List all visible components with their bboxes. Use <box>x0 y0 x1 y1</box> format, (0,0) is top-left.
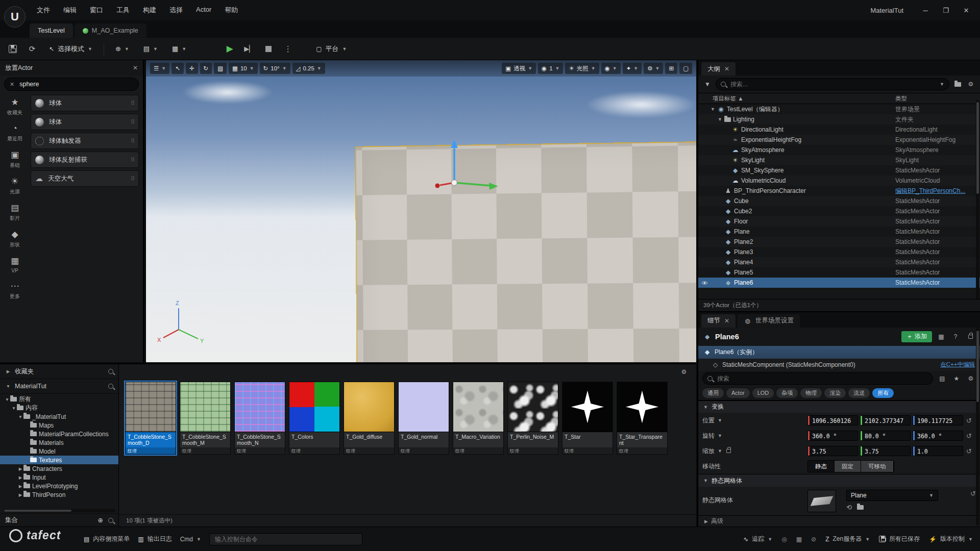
display-options-icon[interactable]: ▤ <box>937 373 947 384</box>
outliner-row[interactable]: ☁ SkyAtmosphere SkyAtmosphere <box>698 145 980 155</box>
location-label[interactable]: 位置 ▼ <box>702 416 779 425</box>
editor-mode-select[interactable]: ↖ 选择模式 ▼ <box>44 41 97 57</box>
component-label[interactable]: StaticMeshComponent (StaticMeshComponent… <box>722 361 855 368</box>
place-item-0[interactable]: 球体 ⠿ <box>31 95 139 111</box>
expander-icon[interactable]: ▶ <box>17 475 23 480</box>
root-folder-row[interactable]: ▼ MaterialTut <box>0 379 118 394</box>
add-component-button[interactable]: ＋ 添加 <box>901 331 932 342</box>
filter-chip-4[interactable]: 物理 <box>800 388 822 398</box>
place-item-4[interactable]: ☁ 天空大气 ⠿ <box>31 170 139 187</box>
advanced-section[interactable]: ▶ 高级 <box>698 515 980 527</box>
content-drawer-button[interactable]: ▤ 内容侧滑菜单 <box>84 535 130 543</box>
reset-scale-icon[interactable]: ↺ <box>966 447 972 455</box>
folder-row-5[interactable]: Materials <box>0 438 118 447</box>
filter-chip-2[interactable]: LOD <box>752 388 774 398</box>
expander-icon[interactable]: ▶ <box>17 492 23 497</box>
staticmesh-thumbnail[interactable] <box>807 490 836 512</box>
place-search-input[interactable] <box>18 80 110 88</box>
asset-tile-5[interactable]: T_Gold_normal 纹理 <box>398 382 449 455</box>
place-category-lights[interactable]: ☀ 光源 <box>10 176 20 195</box>
viewport[interactable]: Z Y X ☰ ▼ ↖ ✛ ↻ ▧ ▦ 10 ▼ ↻ 10° ▼ ◿ 0.25 … <box>146 60 696 362</box>
expander-icon[interactable]: ▼ <box>4 397 10 402</box>
perspective-select[interactable]: ▣ 透视 ▼ <box>502 63 536 74</box>
outliner-settings-icon[interactable]: ⚙ <box>966 79 976 89</box>
place-category-recent[interactable]: ◔ 最近用 <box>7 123 22 142</box>
viewmode-options-button[interactable]: ✦ ▼ <box>623 63 642 74</box>
menu-item-0[interactable]: 文件 <box>32 4 55 17</box>
menu-item-7[interactable]: 帮助 <box>219 4 243 17</box>
outliner-row[interactable]: ◆ Plane5 StaticMeshActor <box>698 267 980 278</box>
show-flags-button[interactable]: ◉ ▼ <box>601 63 621 74</box>
outliner-row[interactable]: ◆ Plane2 StaticMeshActor <box>698 237 980 247</box>
menu-item-2[interactable]: 窗口 <box>85 4 108 17</box>
console-input[interactable] <box>214 535 358 543</box>
place-category-shapes[interactable]: ◆ 形状 <box>10 229 20 248</box>
source-control-sync-button[interactable]: ⟳ <box>24 41 40 57</box>
search-icon[interactable] <box>108 518 113 523</box>
blueprints-button[interactable]: ▤▼ <box>138 41 163 57</box>
outliner-row[interactable]: ◆ Floor StaticMeshActor <box>698 216 980 227</box>
asset-tile-9[interactable]: T_Star_Transparent 纹理 <box>617 382 668 455</box>
reset-location-icon[interactable]: ↺ <box>966 417 972 424</box>
mobility-option-1[interactable]: 固定 <box>835 461 861 472</box>
outliner-row[interactable]: ◆ Plane3 StaticMeshActor <box>698 247 980 257</box>
details-search-input[interactable] <box>716 374 928 383</box>
scale-z-field[interactable]: 1.0 <box>913 446 963 456</box>
scale-y-field[interactable]: 3.75 <box>860 446 911 456</box>
asset-tile-8[interactable]: T_Star 纹理 <box>562 382 613 455</box>
search-icon[interactable] <box>108 369 113 374</box>
selected-plane-mesh[interactable] <box>356 141 696 362</box>
outliner-row[interactable]: ≈ ExponentialHeightFog ExponentialHeight… <box>698 135 980 145</box>
play-button[interactable]: ▶ <box>222 41 237 57</box>
outliner-type[interactable]: 编辑BP_ThirdPersonCh... <box>895 187 965 195</box>
clear-search-icon[interactable]: ✕ <box>10 81 14 88</box>
expander-icon[interactable]: ▼ <box>17 414 23 419</box>
folder-row-7[interactable]: Textures <box>0 456 118 464</box>
expander-icon[interactable]: ▼ <box>11 406 17 411</box>
outliner-row[interactable]: ◆ Cube StaticMeshActor <box>698 196 980 206</box>
maximize-button[interactable]: ❐ <box>937 4 954 17</box>
mobility-option-0[interactable]: 静态 <box>808 461 835 472</box>
outliner-row[interactable]: ◆ Plane StaticMeshActor <box>698 227 980 237</box>
maximize-viewport-button[interactable]: ▢ <box>679 63 692 74</box>
column-item-label[interactable]: 项目标签 ▲ <box>713 95 744 103</box>
drag-handle-icon[interactable]: ⠿ <box>131 176 134 182</box>
details-settings-icon[interactable]: ⚙ <box>966 373 976 384</box>
minimize-button[interactable]: ─ <box>917 4 934 17</box>
location-x-field[interactable]: 1096.360126 <box>807 415 858 425</box>
viewport-settings-button[interactable]: ⚙ ▼ <box>644 63 663 74</box>
location-y-field[interactable]: 2102.377347 <box>860 415 911 425</box>
place-item-1[interactable]: 球体 ⠿ <box>31 114 139 130</box>
rotation-y-field[interactable]: 80.0 ° <box>860 431 911 441</box>
rotation-snap-button[interactable]: ↻ 10° ▼ <box>260 63 290 74</box>
transform-gizmo[interactable] <box>408 137 510 239</box>
frame-skip-button[interactable]: ▶▏ <box>241 41 257 57</box>
stop-button[interactable] <box>261 41 276 57</box>
menu-item-5[interactable]: 选择 <box>164 4 188 17</box>
tab-testlevel[interactable]: TestLevel <box>30 23 73 38</box>
content-browser-settings-icon[interactable]: ⚙ <box>679 367 689 377</box>
asset-tile-1[interactable]: T_CobbleStone_Smooth_M 纹理 <box>180 382 231 455</box>
place-category-vp[interactable]: ▦ VP <box>11 256 19 273</box>
asset-tile-2[interactable]: T_CobbleStone_Smooth_N 纹理 <box>234 382 285 455</box>
outliner-row[interactable]: ☀ SkyLight SkyLight <box>698 155 980 165</box>
drag-handle-icon[interactable]: ⠿ <box>131 100 134 107</box>
close-icon[interactable]: ✕ <box>724 317 729 324</box>
place-category-basic[interactable]: ▣ 基础 <box>10 149 20 169</box>
collections-row[interactable]: 集合 ⊕ <box>0 513 118 527</box>
outliner-row[interactable]: ☁ VolumetricCloud VolumetricCloud <box>698 176 980 186</box>
outliner-row[interactable]: ◆ Plane4 StaticMeshActor <box>698 257 980 267</box>
instance-label[interactable]: Plane6（实例） <box>715 348 758 357</box>
help-icon[interactable]: ? <box>950 332 961 342</box>
column-type[interactable]: 类型 <box>895 95 907 103</box>
filter-chip-1[interactable]: Actor <box>726 388 750 398</box>
uniform-scale-lock-icon[interactable] <box>726 449 731 453</box>
folder-row-6[interactable]: Model <box>0 447 118 456</box>
tab-details[interactable]: 细节 ✕ <box>701 314 736 328</box>
console-command-box[interactable] <box>209 533 362 545</box>
scale-x-field[interactable]: 3.75 <box>807 446 858 456</box>
reset-staticmesh-icon[interactable]: ↺ <box>970 490 976 497</box>
filter-chip-6[interactable]: 流送 <box>848 388 870 398</box>
rotation-label[interactable]: 旋转 ▼ <box>702 432 779 440</box>
mobility-option-2[interactable]: 可移动 <box>861 461 894 472</box>
